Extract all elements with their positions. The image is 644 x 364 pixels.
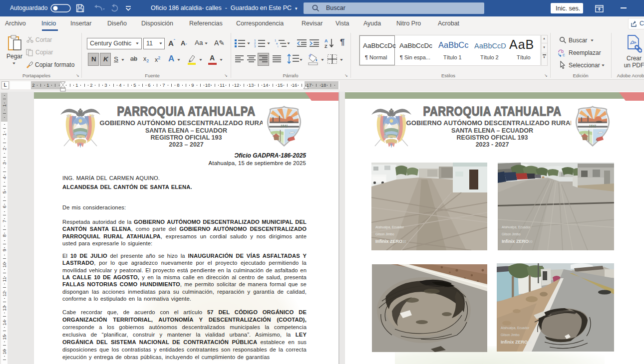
svg-text:Atahualpa, Ecuador: Atahualpa, Ecuador (502, 225, 531, 229)
svg-text:Atahualpa, Ecuador: Atahualpa, Ecuador (501, 326, 530, 330)
svg-text:1841: 1841 (589, 124, 597, 129)
svg-text:A: A (324, 38, 328, 43)
svg-text:Infinix ZERO30: Infinix ZERO30 (501, 340, 532, 345)
svg-text:Gilson Jimbo: Gilson Jimbo (502, 232, 521, 236)
svg-text:Atahualpa, Ecuador: Atahualpa, Ecuador (375, 225, 404, 229)
svg-text:Infinix ZERO30: Infinix ZERO30 (375, 239, 406, 244)
svg-text:i: i (278, 45, 278, 48)
svg-text:3: 3 (254, 45, 256, 48)
svg-text:c: c (563, 52, 565, 57)
svg-text:1841: 1841 (281, 124, 288, 129)
svg-text:Infinix ZERO30: Infinix ZERO30 (502, 239, 533, 244)
svg-text:Gilson Jimbo: Gilson Jimbo (501, 333, 520, 337)
svg-text:Gilson Jimbo: Gilson Jimbo (375, 232, 394, 236)
svg-text:Z: Z (324, 44, 327, 48)
